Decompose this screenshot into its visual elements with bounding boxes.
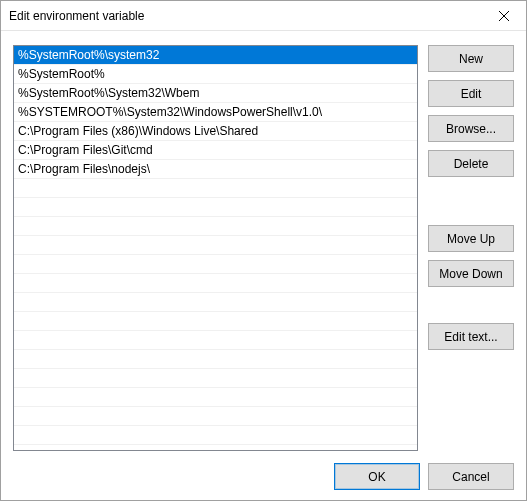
list-row[interactable] [14,331,417,350]
dialog-window: Edit environment variable %SystemRoot%\s… [0,0,527,501]
list-row[interactable] [14,179,417,198]
path-listbox[interactable]: %SystemRoot%\system32%SystemRoot%%System… [13,45,418,451]
list-row[interactable] [14,312,417,331]
list-row[interactable] [14,255,417,274]
list-row[interactable] [14,426,417,445]
titlebar: Edit environment variable [1,1,526,31]
dialog-content: %SystemRoot%\system32%SystemRoot%%System… [1,31,526,500]
list-row[interactable]: C:\Program Files\nodejs\ [14,160,417,179]
list-row[interactable]: C:\Program Files\Git\cmd [14,141,417,160]
list-row[interactable] [14,350,417,369]
edit-button[interactable]: Edit [428,80,514,107]
list-row[interactable] [14,274,417,293]
close-icon [499,11,509,21]
delete-button[interactable]: Delete [428,150,514,177]
main-area: %SystemRoot%\system32%SystemRoot%%System… [13,45,514,451]
cancel-button[interactable]: Cancel [428,463,514,490]
new-button[interactable]: New [428,45,514,72]
list-row[interactable] [14,198,417,217]
list-row[interactable] [14,236,417,255]
list-row[interactable]: %SystemRoot%\system32 [14,46,417,65]
browse-button[interactable]: Browse... [428,115,514,142]
window-title: Edit environment variable [9,9,144,23]
list-row[interactable] [14,369,417,388]
button-column: New Edit Browse... Delete Move Up Move D… [428,45,514,451]
close-button[interactable] [481,1,526,30]
list-row[interactable]: %SystemRoot%\System32\Wbem [14,84,417,103]
list-row[interactable] [14,293,417,312]
list-row[interactable]: %SystemRoot% [14,65,417,84]
ok-button[interactable]: OK [334,463,420,490]
list-row[interactable]: C:\Program Files (x86)\Windows Live\Shar… [14,122,417,141]
list-row[interactable] [14,407,417,426]
dialog-footer: OK Cancel [13,451,514,490]
move-down-button[interactable]: Move Down [428,260,514,287]
edit-text-button[interactable]: Edit text... [428,323,514,350]
list-row[interactable] [14,217,417,236]
list-row[interactable] [14,388,417,407]
list-row[interactable]: %SYSTEMROOT%\System32\WindowsPowerShell\… [14,103,417,122]
move-up-button[interactable]: Move Up [428,225,514,252]
